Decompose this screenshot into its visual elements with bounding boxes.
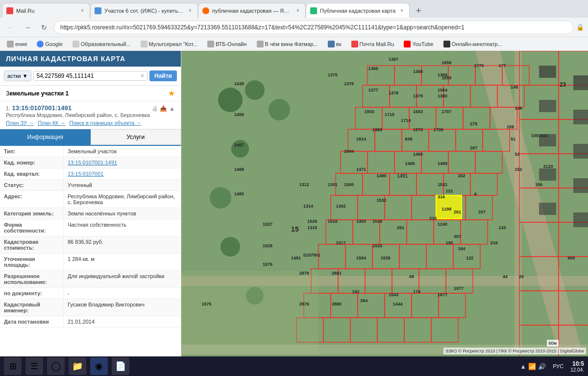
taskbar-view-button[interactable]: ◯ bbox=[47, 357, 65, 375]
search-button[interactable]: Найти bbox=[149, 70, 177, 81]
bookmark-youtube[interactable]: YouTube bbox=[401, 40, 436, 48]
search-type-dropdown[interactable]: астки ▼ bbox=[4, 70, 31, 81]
taskbar-chrome-button[interactable]: ◉ bbox=[90, 357, 108, 375]
info-row-land-cat: Категория земель: Земли населённых пункт… bbox=[0, 208, 181, 219]
info-label-date: Дата постановки bbox=[0, 316, 64, 327]
bookmark-vk[interactable]: вк bbox=[325, 40, 344, 48]
info-label-cad-value: Кадастровая стоимость: bbox=[0, 236, 64, 253]
info-value-area: 1 284 кв. м bbox=[64, 254, 181, 270]
svg-point-134 bbox=[210, 187, 231, 209]
info-value-ownership: Частная собственность bbox=[64, 219, 181, 236]
search-clear-button[interactable]: × bbox=[141, 72, 144, 79]
cadastral-svg bbox=[181, 51, 588, 356]
forward-button[interactable]: → bbox=[21, 21, 34, 34]
tab-yandex[interactable]: публичная кадастровая — Янде... × bbox=[198, 3, 306, 18]
svg-point-135 bbox=[220, 237, 240, 257]
map-area[interactable]: 1366 1367 1368 1369 1375 1376 1377 1378 … bbox=[181, 51, 588, 356]
tab-label-pkk: Публичная кадастровая карта bbox=[320, 8, 395, 14]
taskbar: ⊞ ☰ ◯ 📁 ◉ 📄 ▲ 📶 🔊 РУС 10:5 12.04. bbox=[0, 356, 588, 376]
new-tab-button[interactable]: + bbox=[412, 4, 425, 18]
bookmark-label-mail: Почта Mail.Ru bbox=[360, 41, 394, 47]
bookmark-label-cinema: Онлайн-кинотеатр... bbox=[452, 41, 502, 47]
result-link-plan-kk[interactable]: План КК → bbox=[38, 120, 65, 126]
info-row-cad-value: Кадастровая стоимость: 86 836,92 руб. bbox=[0, 236, 181, 254]
taskbar-search-button[interactable]: ☰ bbox=[25, 357, 43, 375]
result-link-plan-zu[interactable]: План ЗУ → bbox=[6, 120, 34, 126]
result-links: План ЗУ → План КК → Поиск в границах объ… bbox=[6, 120, 175, 126]
tab-plot[interactable]: Участок 6 сот. (ИЖС) - купить, н... × bbox=[90, 3, 198, 18]
back-button[interactable]: ← bbox=[4, 21, 18, 34]
tab-close-pkk[interactable]: × bbox=[398, 7, 405, 14]
info-value-cad-num[interactable]: 13:15:0107001:1491 bbox=[64, 157, 181, 168]
info-value-engineer: Гусаков Владимир Викторович bbox=[64, 299, 181, 316]
bookmark-fatmar[interactable]: В чём вина Фатмар... bbox=[254, 40, 321, 48]
bookmark-icon-google bbox=[37, 41, 44, 47]
reload-button[interactable]: ↻ bbox=[37, 21, 51, 34]
bookmark-edu[interactable]: Образовательный... bbox=[70, 40, 134, 48]
info-label-cad-num: Кад. номер: bbox=[0, 157, 64, 168]
panel-header: ЛИЧНАЯ КАДАСТРОВАЯ КАРТА bbox=[0, 51, 181, 67]
tab-info[interactable]: Информация bbox=[0, 129, 91, 145]
bookmark-mail[interactable]: Почта Mail.Ru bbox=[348, 40, 397, 48]
info-row-engineer: Кадастровый инженер: Гусаков Владимир Ви… bbox=[0, 299, 181, 316]
tab-label-mailru: Mail.Ru bbox=[16, 8, 76, 14]
info-label-permitted-use: Разрешенное использование: bbox=[0, 271, 64, 287]
bookmark-icon-vtb bbox=[207, 41, 214, 47]
search-section: астки ▼ × Найти bbox=[0, 67, 181, 86]
address-input[interactable] bbox=[54, 21, 573, 34]
info-value-cad-block[interactable]: 13:15:0107001 bbox=[64, 168, 181, 179]
bookmark-cinema[interactable]: Онлайн-кинотеатр... bbox=[441, 40, 505, 48]
tab-close-mailru[interactable]: × bbox=[79, 7, 86, 14]
bookmark-enia[interactable]: ения bbox=[4, 40, 30, 48]
bookmark-label-fatmar: В чём вина Фатмар... bbox=[265, 41, 318, 47]
search-input[interactable] bbox=[37, 72, 141, 79]
info-row-address: Адрес: Республика Мордовия, Лямбирский р… bbox=[0, 191, 181, 208]
info-value-date: 21.01.2014 bbox=[64, 316, 181, 327]
tab-favicon-pkk bbox=[310, 7, 317, 14]
bookmark-label-mult: Мультсериал "Кот... bbox=[149, 41, 197, 47]
svg-rect-119 bbox=[573, 110, 588, 124]
tab-services[interactable]: Услуги bbox=[91, 129, 181, 145]
tray-volume-icon[interactable]: 🔊 bbox=[538, 363, 546, 370]
bookmark-vtb[interactable]: ВТБ-Онлайн bbox=[204, 40, 250, 48]
search-type-label: астки bbox=[7, 73, 21, 79]
tab-mailru[interactable]: Mail.Ru × bbox=[2, 3, 90, 18]
info-label-land-cat: Категория земель: bbox=[0, 208, 64, 219]
tab-close-plot[interactable]: × bbox=[187, 7, 194, 14]
bookmark-label-edu: Образовательный... bbox=[81, 41, 131, 47]
tab-label-plot: Участок 6 сот. (ИЖС) - купить, н... bbox=[104, 8, 184, 14]
favorite-star-button[interactable]: ★ bbox=[168, 89, 175, 98]
bookmark-label-youtube: YouTube bbox=[412, 41, 433, 47]
bookmark-icon-mult bbox=[141, 41, 147, 47]
svg-rect-129 bbox=[573, 212, 588, 227]
tab-pkk[interactable]: Публичная кадастровая карта × bbox=[306, 3, 410, 18]
browser-frame: Mail.Ru × Участок 6 сот. (ИЖС) - купить,… bbox=[0, 0, 588, 376]
result-share-icon[interactable]: 📤 bbox=[160, 105, 167, 112]
tab-close-yandex[interactable]: × bbox=[294, 7, 301, 14]
info-tabs: Информация Услуги bbox=[0, 129, 181, 146]
bookmark-mult[interactable]: Мультсериал "Кот... bbox=[138, 40, 200, 48]
tray-arrow-icon[interactable]: ▲ bbox=[520, 363, 526, 370]
system-clock: 10:5 12.04. bbox=[570, 360, 584, 373]
tab-label-yandex: публичная кадастровая — Янде... bbox=[212, 8, 292, 14]
result-link-search-boundaries[interactable]: Поиск в границах объекта → bbox=[70, 120, 142, 126]
info-row-type: Тип: Земельный участок bbox=[0, 146, 181, 157]
taskbar-explorer-button[interactable]: 📁 bbox=[69, 357, 86, 375]
info-table: Тип: Земельный участок Кад. номер: 13:15… bbox=[0, 146, 181, 328]
result-print-icon[interactable]: 🖨 bbox=[152, 105, 158, 112]
taskbar-docs-button[interactable]: 📄 bbox=[112, 357, 129, 375]
panel-title: ЛИЧНАЯ КАДАСТРОВАЯ КАРТА bbox=[6, 55, 125, 63]
taskbar-start-button[interactable]: ⊞ bbox=[4, 357, 22, 375]
result-collapse-icon[interactable]: ▲ bbox=[169, 105, 175, 112]
tray-lang: РУС bbox=[553, 363, 564, 369]
info-value-cad-value: 86 836,92 руб. bbox=[64, 236, 181, 253]
info-label-area: Уточненная площадь: bbox=[0, 254, 64, 270]
svg-point-130 bbox=[218, 88, 243, 112]
svg-point-132 bbox=[269, 99, 290, 120]
results-header: Земельные участки 1 ★ bbox=[0, 86, 181, 101]
info-row-cad-block: Кад. квартал: 13:15:0107001 bbox=[0, 168, 181, 180]
bookmark-google[interactable]: Google bbox=[34, 40, 65, 48]
result-cadastral-number[interactable]: 13:15:0107001:1491 bbox=[12, 104, 72, 112]
results-label: Земельные участки 1 bbox=[6, 90, 69, 97]
tray-network-icon[interactable]: 📶 bbox=[528, 363, 536, 370]
